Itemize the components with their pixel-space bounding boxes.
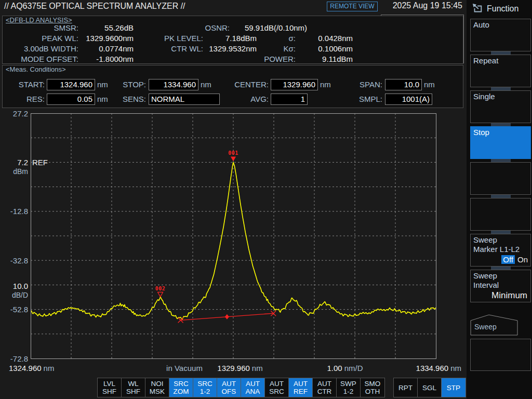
softkey-stop[interactable]: Stop (470, 126, 531, 159)
analysis-value-smsr: 55.26dB (104, 23, 134, 33)
meas-stop-unit: nm (201, 79, 211, 90)
meas-center-label: CENTER: (234, 79, 269, 90)
meas-avg-field[interactable]: 1 (271, 94, 308, 105)
analysis-value-power: 9.11dBm (322, 54, 353, 64)
softkey-src-1-2[interactable]: SRC1-2 (193, 378, 217, 397)
meas-smpl-field[interactable]: 1001(A) (385, 94, 432, 105)
softkey-aut-src[interactable]: AUTSRC (265, 378, 289, 397)
osa-application-window: // AQ6375E OPTICAL SPECTRUM ANALYZER // … (0, 0, 532, 399)
softkey-label: Marker L1-L2 (473, 245, 528, 254)
analysis-value-mode-offset: -1.8000nm (96, 54, 134, 64)
softkey-label: Stop (473, 128, 528, 137)
analysis-value-width-3db: 0.0774nm (99, 44, 134, 54)
softkey-repeat[interactable]: Repeat (470, 55, 531, 87)
softkey-blank-2[interactable] (470, 198, 531, 231)
analysis-label-ctr-wl: CTR WL: (171, 44, 203, 54)
softkey-noi-msk[interactable]: NOIMSK (145, 378, 169, 397)
softkey-line: SRC (197, 380, 212, 388)
softkey-line: ANA (246, 388, 260, 395)
meas-span-unit: nm (424, 79, 435, 90)
peak-marker-001: 001 (228, 150, 238, 161)
softkey-sweep-marker[interactable]: SweepMarker L1-L2OffOn (470, 234, 531, 267)
softkey-auto[interactable]: Auto (470, 19, 531, 51)
analysis-value-sigma: 0.0428nm (318, 33, 353, 44)
softkey-line: NOI (151, 380, 163, 388)
softkey-smo-oth[interactable]: SMOOTH (361, 378, 384, 397)
peak-marker-002: 002 (155, 286, 166, 297)
sidebar-header: Function (472, 3, 518, 15)
sidebar-connector (491, 231, 511, 234)
svg-text:001: 001 (228, 150, 238, 156)
meas-sens-label: SENS: (123, 94, 146, 105)
softkey-aut-ana[interactable]: AUTANA (241, 378, 265, 397)
y-tick--128: -12.8 (0, 207, 28, 216)
softkey-aut-ref[interactable]: AUTREF (289, 378, 313, 397)
meas-start-field[interactable]: 1324.960 (47, 79, 95, 90)
softkey-single[interactable]: Single (470, 90, 531, 123)
softkey-blank-3[interactable] (470, 339, 531, 371)
meas-span-field[interactable]: 10.0 (385, 79, 422, 90)
sidebar-sweep-tag: Sweep (470, 314, 518, 338)
meas-center-field[interactable]: 1329.960 (271, 79, 318, 90)
analysis-label-mode-offset: MODE OFFSET: (21, 54, 78, 64)
softkey-src-zom[interactable]: SRCZOM (169, 378, 193, 397)
meas-sens-field[interactable]: NORMAL (149, 94, 220, 105)
sweep-marker-toggle[interactable]: OffOn (501, 255, 528, 264)
y-tick--528: -52.8 (0, 305, 28, 314)
meas-start-unit: nm (97, 79, 108, 90)
sidebar-connector (491, 195, 511, 198)
softkey-stp[interactable]: STP (442, 378, 466, 397)
meas-conditions-panel: <Meas. Conditions> START:1324.960nmSTOP:… (2, 65, 463, 108)
meas-span-label: SPAN: (360, 79, 382, 90)
x-axis-label-left: 1324.960nm (9, 364, 54, 373)
analysis-label-smsr: SMSR: (54, 23, 78, 33)
softkey-aut-ofs[interactable]: AUTOFS (217, 378, 241, 397)
meas-res-field[interactable]: 0.05 (47, 94, 95, 105)
softkey-rpt[interactable]: RPT (394, 378, 418, 397)
softkey-sgl[interactable]: SGL (418, 378, 442, 397)
softkey-blank-1[interactable] (470, 162, 531, 195)
meas-avg-label: AVG: (250, 94, 269, 105)
softkey-line: AUT (317, 380, 331, 388)
meas-res-label: RES: (26, 94, 45, 105)
analysis-value-osnr: 59.91dB(/0.10nm) (245, 23, 307, 33)
svg-text:002: 002 (155, 286, 166, 291)
sidebar-connector (491, 51, 511, 55)
softkey-line: AUT (222, 380, 236, 388)
y-tick-72: 7.2 (0, 158, 28, 167)
softkey-aut-ctr[interactable]: AUTCTR (313, 378, 337, 397)
softkey-line: SHF (126, 388, 140, 395)
softkey-label: Sweep (473, 271, 528, 281)
meas-stop-field[interactable]: 1334.960 (149, 79, 198, 90)
y-tick-dBD: dB/D (0, 291, 28, 300)
toggle-on-option[interactable]: On (517, 255, 528, 264)
spectrum-chart: 27.27.2dBm-12.8-32.810.0dB/D-52.8-72.8 R… (0, 109, 467, 378)
remote-view-badge: REMOTE VIEW (327, 2, 378, 11)
softkey-label: Repeat (473, 56, 528, 65)
sidebar-connector (491, 159, 511, 162)
softkey-line: AUT (246, 380, 260, 388)
softkey-sweep-interval[interactable]: SweepIntervalMinimum (470, 270, 531, 302)
softkey-line: SRC (174, 380, 189, 388)
meas-res-unit: nm (97, 94, 108, 105)
softkey-lvl-shf[interactable]: LVLSHF (98, 378, 122, 397)
toggle-off-option[interactable]: Off (501, 255, 515, 264)
analysis-value-peak-wl: 1329.9600nm (86, 33, 134, 44)
analysis-value-ctr-wl: 1329.9532nm (209, 44, 257, 54)
analysis-label-peak-wl: PEAK WL: (42, 33, 78, 44)
analysis-label-sigma: σ: (289, 33, 296, 44)
meas-stop-label: STOP: (123, 79, 146, 90)
meas-start-label: START: (19, 79, 45, 90)
softkey-swp-1-2[interactable]: SWP1-2 (337, 378, 361, 397)
analysis-value-k-sigma: 0.1006nm (318, 44, 353, 54)
softkey-line: REF (294, 388, 308, 395)
softkey-line: SGL (422, 384, 436, 392)
datetime-display: 2025 Aug 19 15:45 (379, 1, 462, 10)
softkey-line: CTR (317, 388, 332, 395)
softkey-label: Sweep (473, 235, 528, 245)
page-title: // AQ6375E OPTICAL SPECTRUM ANALYZER // (4, 2, 185, 11)
analysis-label-pk-level: PK LEVEL: (164, 33, 203, 44)
y-tick--728: -72.8 (0, 354, 28, 363)
softkey-label: Auto (473, 20, 528, 30)
softkey-wl-shf[interactable]: WLSHF (122, 378, 145, 397)
